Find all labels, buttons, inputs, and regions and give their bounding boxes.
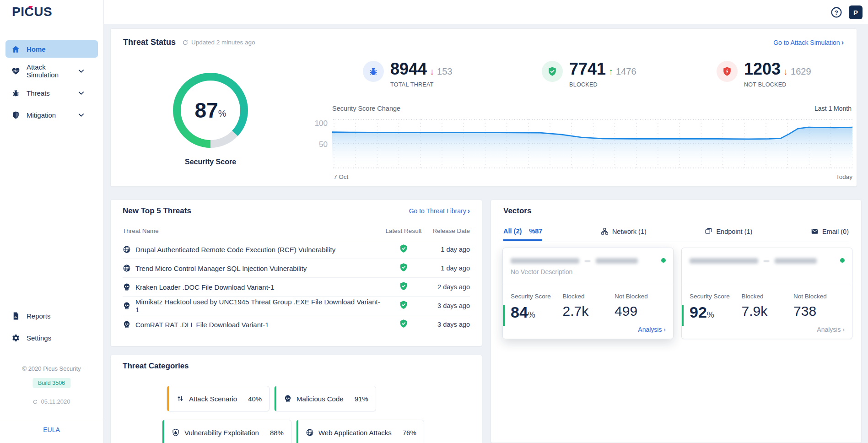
sidebar-item-mitigation[interactable]: Mitigation xyxy=(5,106,98,124)
stat-value: 1203 xyxy=(744,61,781,77)
score-accent-bar xyxy=(682,305,684,326)
globe-icon xyxy=(123,245,131,254)
category-label: Attack Scenario xyxy=(189,395,237,403)
vector-security-score: 84% xyxy=(511,304,563,320)
vector-not-blocked-count: 499 xyxy=(615,304,667,318)
skull-icon xyxy=(284,394,292,403)
blocked-shield-icon xyxy=(399,319,408,328)
copyright-text: © 2020 Picus Security xyxy=(0,365,103,372)
shield-check-icon xyxy=(547,66,557,76)
email-icon xyxy=(811,227,819,235)
release-date: 1 day ago xyxy=(424,265,470,272)
stat-delta: 1629 xyxy=(791,66,811,77)
category-row: Attack Scenario 40% Malicious Code 91% xyxy=(167,386,376,411)
threat-row[interactable]: Drupal Authenticated Remote Code Executi… xyxy=(123,240,470,259)
stat-value: 7741 xyxy=(569,61,606,77)
topbar: ? P xyxy=(104,0,868,24)
column-release-date: Release Date xyxy=(424,227,470,234)
trend-arrow-icon: ↑ xyxy=(609,66,613,77)
chart-title: Security Score Change xyxy=(332,105,400,112)
tab-network-1[interactable]: Network (1) xyxy=(601,227,647,240)
vectors-tabs: All (2) %87 Network (1) Endpoint (1) Ema… xyxy=(503,227,849,242)
security-score-label: Security Score xyxy=(150,158,271,166)
threat-row[interactable]: Trend Micro Control Manager SQL Injectio… xyxy=(123,259,470,277)
shield-icon xyxy=(11,111,20,119)
category-label: Malicious Code xyxy=(297,395,344,403)
globe-icon xyxy=(306,428,314,437)
sidebar-item-attack-simulation[interactable]: Attack Simulation xyxy=(5,62,98,80)
vectors-title: Vectors xyxy=(503,206,531,216)
y-tick-label: 100 xyxy=(307,119,328,128)
stat-delta: 1476 xyxy=(616,66,636,77)
chevron-down-icon xyxy=(77,89,86,97)
go-to-threat-library-link[interactable]: Go to Threat Library› xyxy=(409,207,470,215)
chart-x-axis: 7 Oct Today xyxy=(334,173,852,180)
table-header: Threat Name Latest Result Release Date xyxy=(123,227,470,240)
build-badge: Build 3506 xyxy=(32,378,70,388)
top-threats-card: New Top 5 Threats Go to Threat Library› … xyxy=(110,200,482,346)
threat-categories-card: Threat Categories Attack Scenario 40% Ma… xyxy=(110,355,482,443)
category-attack-scenario[interactable]: Attack Scenario 40% xyxy=(167,386,270,411)
column-threat-name: Threat Name xyxy=(123,227,383,234)
help-icon[interactable]: ? xyxy=(830,6,842,18)
svg-text:?: ? xyxy=(835,9,838,16)
score-accent-bar xyxy=(503,305,505,326)
tab-email-0[interactable]: Email (0) xyxy=(811,227,849,240)
skull-icon xyxy=(123,320,131,329)
skull-icon xyxy=(123,283,131,291)
category-accent-bar xyxy=(167,386,169,411)
chart-x-start: 7 Oct xyxy=(334,173,348,180)
refresh-icon xyxy=(32,399,38,405)
refresh-icon xyxy=(182,39,189,46)
report-icon xyxy=(11,312,20,320)
vector-card[interactable]: Security Score 92% Blocked 7.9k Not Bloc… xyxy=(681,248,852,339)
chevron-right-icon: › xyxy=(468,207,470,215)
vector-cards: No Vector Description Security Score 84%… xyxy=(502,248,852,339)
skull-icon xyxy=(123,302,131,310)
category-row: Vulnerability Exploitation 88% Web Appli… xyxy=(162,420,424,443)
top-threats-table: Threat Name Latest Result Release Date D… xyxy=(123,227,470,334)
release-date: 2 days ago xyxy=(424,283,470,291)
status-dot xyxy=(840,258,845,263)
category-accent-bar xyxy=(162,420,164,443)
category-malicious-code[interactable]: Malicious Code 91% xyxy=(274,386,376,411)
bug-icon xyxy=(368,66,378,76)
sidebar-item-threats[interactable]: Threats xyxy=(5,84,98,102)
tab-score: %87 xyxy=(529,227,542,235)
security-score-donut: 87 % xyxy=(173,73,248,148)
tab-endpoint-1[interactable]: Endpoint (1) xyxy=(705,227,752,240)
sidebar-item-settings[interactable]: Settings xyxy=(5,329,98,346)
globe-icon xyxy=(123,264,131,272)
sidebar-item-reports[interactable]: Reports xyxy=(5,307,98,324)
gear-icon xyxy=(11,334,20,342)
stat-label: TOTAL THREAT xyxy=(390,81,452,88)
threat-status-title: Threat Status xyxy=(123,38,176,47)
tab-all-2[interactable]: All (2) %87 xyxy=(503,227,542,241)
chart-x-end: Today xyxy=(836,173,852,180)
category-web-application-attacks[interactable]: Web Application Attacks 76% xyxy=(296,420,424,443)
threat-row[interactable]: Mimikatz Hacktool used by UNC1945 Threat… xyxy=(123,296,470,315)
eula-link[interactable]: EULA xyxy=(0,426,103,433)
threat-row[interactable]: ComRAT RAT .DLL File Download Variant-1 … xyxy=(123,315,470,334)
release-date: 3 days ago xyxy=(424,321,470,328)
category-label: Vulnerability Exploitation xyxy=(184,429,259,437)
analysis-link[interactable]: Analysis › xyxy=(817,326,845,333)
stat-not-blocked: 1203 ↓ 1629 NOT BLOCKED xyxy=(717,61,811,88)
user-avatar[interactable]: P xyxy=(849,5,863,19)
release-date: 1 day ago xyxy=(424,246,470,253)
vector-card[interactable]: No Vector Description Security Score 84%… xyxy=(502,248,674,339)
threat-name: Mimikatz Hacktool used by UNC1945 Threat… xyxy=(135,298,383,313)
analysis-link[interactable]: Analysis › xyxy=(638,326,666,333)
vector-security-score: 92% xyxy=(690,304,742,320)
shield-alert-icon xyxy=(722,66,732,76)
stat-delta: 153 xyxy=(437,66,452,77)
category-vulnerability-exploitation[interactable]: Vulnerability Exploitation 88% xyxy=(162,420,291,443)
y-tick-label: 50 xyxy=(307,140,328,149)
go-to-attack-simulation-link[interactable]: Go to Attack Simulation› xyxy=(773,38,844,47)
vector-name-redacted xyxy=(690,258,817,264)
endpoint-icon xyxy=(705,227,712,235)
sidebar-item-home[interactable]: Home xyxy=(5,40,98,58)
category-accent-bar xyxy=(297,420,298,443)
vector-blocked-count: 7.9k xyxy=(742,304,794,318)
threat-row[interactable]: Kraken Loader .DOC File Download Variant… xyxy=(123,277,470,296)
